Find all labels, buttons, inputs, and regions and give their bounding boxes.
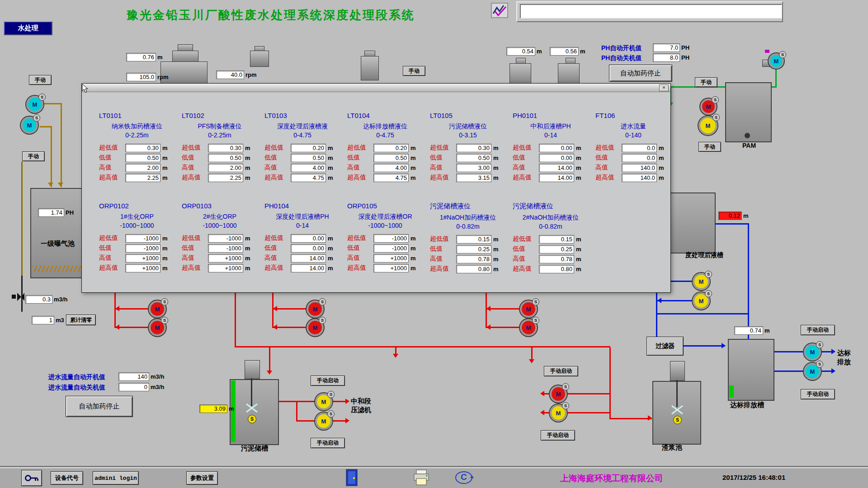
- pump-icon[interactable]: MS: [315, 413, 332, 430]
- limit-value-field[interactable]: 4.75: [291, 174, 326, 182]
- login-button[interactable]: admini login: [93, 471, 139, 485]
- manual-button[interactable]: 手动: [22, 151, 45, 161]
- pump-icon[interactable]: MS: [21, 117, 38, 134]
- limit-value-field[interactable]: 0.15: [539, 235, 574, 244]
- reset-total-button[interactable]: 累计清零: [66, 314, 96, 325]
- limit-value-field[interactable]: 2.00: [125, 164, 160, 172]
- limit-value-field[interactable]: 0.30: [208, 144, 243, 152]
- limit-value-field[interactable]: 2.00: [208, 164, 243, 172]
- manual-button[interactable]: 手动: [698, 142, 721, 152]
- key-button[interactable]: [21, 470, 42, 486]
- tab-water-treatment[interactable]: 水处理: [4, 21, 52, 35]
- setpoint-field[interactable]: 7.0: [653, 43, 680, 52]
- limit-value-field[interactable]: 4.00: [291, 164, 326, 172]
- limit-value-field[interactable]: -1000: [208, 234, 243, 243]
- limit-value-field[interactable]: 0.78: [456, 255, 491, 263]
- refresh-button[interactable]: C: [454, 469, 474, 486]
- limit-value-field[interactable]: +1000: [373, 264, 409, 272]
- limit-value-field[interactable]: +1000: [373, 254, 409, 263]
- pump-icon[interactable]: MS: [315, 393, 332, 410]
- limit-value-field[interactable]: +1000: [208, 264, 243, 272]
- print-button[interactable]: [413, 469, 430, 488]
- limit-value-field[interactable]: 0.0: [622, 154, 657, 162]
- manual-start-button[interactable]: 手动启动: [311, 438, 345, 448]
- settings-button[interactable]: 参数设置: [186, 471, 218, 485]
- limit-value-field[interactable]: 2.25: [125, 174, 160, 182]
- limit-value-field[interactable]: 0.50: [125, 154, 160, 162]
- trend-icon[interactable]: [491, 3, 508, 20]
- limit-value-field[interactable]: 0.15: [456, 235, 491, 244]
- manual-button[interactable]: 手动: [403, 66, 425, 76]
- manual-button[interactable]: 手动: [29, 75, 52, 85]
- device-code-button[interactable]: 设备代号: [51, 471, 83, 485]
- limit-value-field[interactable]: +1000: [125, 254, 160, 263]
- pump-icon[interactable]: MS: [307, 300, 324, 318]
- manual-start-button[interactable]: 手动启动: [801, 389, 835, 399]
- limit-value-field[interactable]: +1000: [125, 264, 160, 272]
- limit-value-field[interactable]: 0.00: [291, 244, 326, 253]
- manual-start-button[interactable]: 手动启动: [544, 366, 578, 376]
- limit-value-field[interactable]: 0.80: [456, 265, 491, 273]
- limit-value-field[interactable]: 0.20: [291, 144, 326, 152]
- manual-button[interactable]: 手动: [695, 77, 717, 87]
- dialog-titlebar[interactable]: ✕: [82, 84, 670, 92]
- limit-value-field[interactable]: 0.20: [373, 144, 409, 152]
- limit-value-field[interactable]: 3.00: [456, 164, 491, 172]
- limit-value-field[interactable]: 0.30: [125, 144, 160, 152]
- limit-value-field[interactable]: -1000: [373, 244, 409, 253]
- setpoint-field[interactable]: 140: [118, 372, 149, 381]
- pump-icon[interactable]: MS: [307, 319, 324, 336]
- limit-value-field[interactable]: 0.78: [539, 255, 574, 263]
- limit-value-field[interactable]: 14.00: [539, 164, 574, 172]
- pump-icon[interactable]: MS: [520, 319, 537, 336]
- limit-value-field[interactable]: 0.50: [291, 154, 326, 162]
- setpoint-field[interactable]: 0: [118, 383, 149, 391]
- limit-value-field[interactable]: 0.0: [622, 144, 657, 152]
- limit-value-field[interactable]: 4.00: [373, 164, 409, 172]
- auto-dose-stop-button[interactable]: 自动加药停止: [609, 65, 672, 82]
- pump-icon[interactable]: MS: [149, 300, 166, 318]
- limit-value-field[interactable]: 0.25: [539, 245, 574, 253]
- limit-value-field[interactable]: 2.25: [208, 174, 243, 182]
- pump-icon[interactable]: MS: [804, 363, 821, 380]
- limit-value-field[interactable]: -1000: [208, 244, 243, 253]
- limit-value-field[interactable]: 14.00: [539, 174, 574, 182]
- limit-value-field[interactable]: 4.75: [373, 174, 409, 182]
- close-icon[interactable]: ✕: [659, 84, 669, 91]
- pump-icon[interactable]: MS: [698, 116, 717, 135]
- manual-start-button[interactable]: 手动启动: [801, 325, 835, 335]
- limit-value-field[interactable]: -1000: [125, 234, 160, 243]
- auto-dose-stop-button[interactable]: 自动加药停止: [66, 396, 133, 417]
- manual-start-button[interactable]: 手动启动: [541, 430, 575, 441]
- limit-value-field[interactable]: -1000: [125, 244, 160, 253]
- limit-value-field[interactable]: 0.00: [539, 154, 574, 162]
- pump-icon[interactable]: MS: [26, 96, 43, 113]
- limit-value-field[interactable]: 0.00: [539, 144, 574, 152]
- limit-value-field[interactable]: +1000: [208, 254, 243, 263]
- pump-icon[interactable]: MS: [700, 99, 717, 115]
- pump-icon[interactable]: MS: [520, 300, 537, 318]
- exit-button[interactable]: [344, 469, 359, 488]
- pump-icon[interactable]: MS: [550, 385, 567, 403]
- pump-icon[interactable]: MS: [769, 53, 784, 69]
- manual-start-button[interactable]: 手动启动: [311, 375, 345, 386]
- limit-value-field[interactable]: 0.25: [456, 245, 491, 253]
- limit-value-field[interactable]: 14.00: [291, 254, 326, 263]
- pump-icon[interactable]: MS: [693, 292, 710, 310]
- pump-icon[interactable]: MS: [693, 273, 710, 290]
- setpoint-field[interactable]: 8.0: [653, 53, 680, 62]
- limit-value-field[interactable]: 0.50: [208, 154, 243, 162]
- limit-value-field[interactable]: 0.50: [456, 154, 491, 162]
- limit-value-field[interactable]: 3.15: [456, 174, 491, 182]
- limit-value-field[interactable]: -1000: [373, 234, 409, 243]
- limit-value-field[interactable]: 14.00: [291, 264, 326, 272]
- limit-value-field[interactable]: 140.0: [622, 174, 657, 182]
- limit-value-field[interactable]: 0.80: [539, 265, 574, 273]
- limit-value-field[interactable]: 0.00: [291, 234, 326, 243]
- alarm-banner-field[interactable]: [520, 4, 782, 19]
- valve-icon[interactable]: [12, 293, 24, 303]
- pump-icon[interactable]: MS: [550, 404, 567, 422]
- pump-icon[interactable]: MS: [149, 319, 166, 336]
- limit-value-field[interactable]: 0.30: [456, 144, 491, 152]
- limit-value-field[interactable]: 140.0: [622, 164, 657, 172]
